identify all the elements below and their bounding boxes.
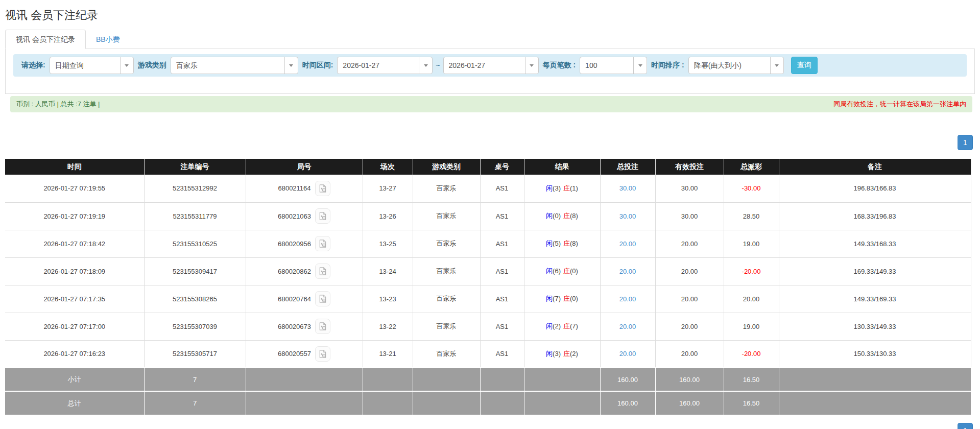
valid-bet: 30.00: [655, 175, 724, 202]
total-bet-link[interactable]: 30.00: [619, 184, 636, 192]
round-cell: 680020673: [246, 313, 363, 340]
payout-amount: 19.00: [724, 230, 779, 257]
date-to-select[interactable]: 2026-01-27: [443, 57, 539, 74]
round-id: 680021063: [278, 212, 311, 220]
video-replay-button[interactable]: [315, 208, 330, 224]
column-header: 备注: [779, 159, 971, 175]
total-count: 7: [144, 391, 246, 415]
result-banker-label: 庄: [563, 350, 570, 358]
date-to-value: 2026-01-27: [444, 57, 525, 74]
summary-bar: 币别 : 人民币 | 总共 :7 注单 | 同局有效投注，统一计算在该局第一张注…: [10, 96, 972, 112]
page-size-select[interactable]: 100: [580, 57, 647, 74]
currency-summary-text: 币别 : 人民币 | 总共 :7 注单 |: [16, 100, 100, 109]
bet-time: 2026-01-27 07:17:35: [5, 285, 144, 313]
bet-time: 2026-01-27 07:18:42: [5, 230, 144, 257]
tab-betting-records[interactable]: 视讯 会员下注纪录: [5, 30, 86, 49]
subtotal-row: 小计 7 160.00 160.00 16.50: [5, 368, 971, 391]
bet-time: 2026-01-27 07:17:00: [5, 313, 144, 340]
column-header: 总派彩: [724, 159, 779, 175]
payout-amount: -30.00: [724, 175, 779, 202]
chevron-down-icon: [633, 57, 647, 74]
time-sort-select[interactable]: 降幂(由大到小): [688, 57, 784, 74]
video-replay-button[interactable]: [315, 236, 330, 251]
video-replay-button[interactable]: [315, 264, 330, 279]
table-row: 2026-01-27 07:17:00 523155307039 6800206…: [5, 313, 971, 340]
column-header: 局号: [246, 159, 363, 175]
game-category: 百家乐: [413, 340, 480, 368]
round-id: 680020764: [278, 295, 311, 303]
date-from-value: 2026-01-27: [338, 57, 419, 74]
game-category: 百家乐: [413, 230, 480, 257]
table-row: 2026-01-27 07:19:55 523155312992 6800211…: [5, 175, 971, 202]
date-from-select[interactable]: 2026-01-27: [337, 57, 433, 74]
column-header: 有效投注: [655, 159, 724, 175]
page-1-button[interactable]: 1: [958, 423, 973, 429]
header-row: 时间注单编号局号场次游戏类别桌号结果总投注有效投注总派彩备注: [5, 159, 971, 175]
bet-id: 523155311779: [144, 202, 246, 230]
round-cell: 680020956: [246, 230, 363, 257]
table-number: AS1: [480, 257, 524, 285]
game-category: 百家乐: [413, 202, 480, 230]
result-banker-label: 庄: [563, 212, 570, 220]
session-number: 13-26: [363, 202, 413, 230]
valid-bet: 20.00: [655, 257, 724, 285]
result-player-label: 闲: [546, 267, 553, 275]
total-bet-cell: 20.00: [600, 340, 655, 368]
query-type-select[interactable]: 日期查询: [50, 57, 134, 74]
tab-bb-tip[interactable]: BB小费: [86, 30, 130, 49]
time-sort-label: 时间排序 :: [651, 61, 684, 70]
round-cell: 680020557: [246, 340, 363, 368]
table-row: 2026-01-27 07:18:09 523155309417 6800208…: [5, 257, 971, 285]
result-banker-score: (7): [570, 322, 578, 330]
session-number: 13-24: [363, 257, 413, 285]
result-banker-score: (2): [570, 350, 578, 358]
result-banker-score: (1): [570, 184, 578, 192]
result-player-label: 闲: [546, 240, 553, 247]
round-id: 680020862: [278, 268, 311, 275]
bet-id: 523155309417: [144, 257, 246, 285]
round-cell: 680021063: [246, 202, 363, 230]
remark: 196.83/166.83: [779, 175, 971, 202]
video-file-icon: [318, 294, 327, 303]
total-bet-link[interactable]: 20.00: [619, 295, 636, 303]
table-row: 2026-01-27 07:16:23 523155305717 6800205…: [5, 340, 971, 368]
bet-id: 523155305717: [144, 340, 246, 368]
video-replay-button[interactable]: [315, 291, 330, 306]
page-1-button[interactable]: 1: [958, 135, 973, 150]
tab-label: BB小费: [96, 35, 120, 43]
video-replay-button[interactable]: [315, 346, 330, 362]
total-bet-link[interactable]: 30.00: [619, 212, 636, 220]
game-category-value: 百家乐: [171, 57, 284, 74]
remark: 149.33/168.33: [779, 230, 971, 257]
total-bet-link[interactable]: 20.00: [619, 268, 636, 275]
filter-bar: 请选择: 日期查询 游戏类别 百家乐 时间区间: 2026-01-27 ~ 20…: [13, 54, 967, 77]
time-sort-value: 降幂(由大到小): [689, 57, 770, 74]
game-category-select[interactable]: 百家乐: [171, 57, 298, 74]
total-bet-link[interactable]: 20.00: [619, 350, 636, 358]
video-replay-button[interactable]: [315, 319, 330, 334]
search-button[interactable]: 查询: [791, 57, 818, 74]
column-header: 游戏类别: [413, 159, 480, 175]
video-replay-button[interactable]: [315, 181, 330, 196]
payout-amount: -20.00: [724, 257, 779, 285]
session-number: 13-22: [363, 313, 413, 340]
valid-bet: 20.00: [655, 313, 724, 340]
game-category: 百家乐: [413, 257, 480, 285]
total-bet-link[interactable]: 20.00: [619, 323, 636, 330]
total-bet-link[interactable]: 20.00: [619, 240, 636, 248]
result-cell: 闲(3)庄(2): [524, 340, 600, 368]
result-cell: 闲(7)庄(0): [524, 285, 600, 313]
table-number: AS1: [480, 313, 524, 340]
result-banker-label: 庄: [563, 322, 570, 330]
result-player-label: 闲: [546, 212, 553, 220]
page-size-label: 每页笔数 :: [543, 61, 576, 70]
payout-amount: 28.50: [724, 202, 779, 230]
pagination-top: 1: [0, 135, 973, 150]
tab-content: 请选择: 日期查询 游戏类别 百家乐 时间区间: 2026-01-27 ~ 20…: [5, 49, 975, 94]
result-cell: 闲(2)庄(7): [524, 313, 600, 340]
result-player-label: 闲: [546, 184, 553, 192]
result-banker-label: 庄: [563, 295, 570, 302]
total-payout: 16.50: [724, 391, 779, 415]
tab-label: 视讯 会员下注纪录: [16, 35, 75, 43]
session-number: 13-21: [363, 340, 413, 368]
